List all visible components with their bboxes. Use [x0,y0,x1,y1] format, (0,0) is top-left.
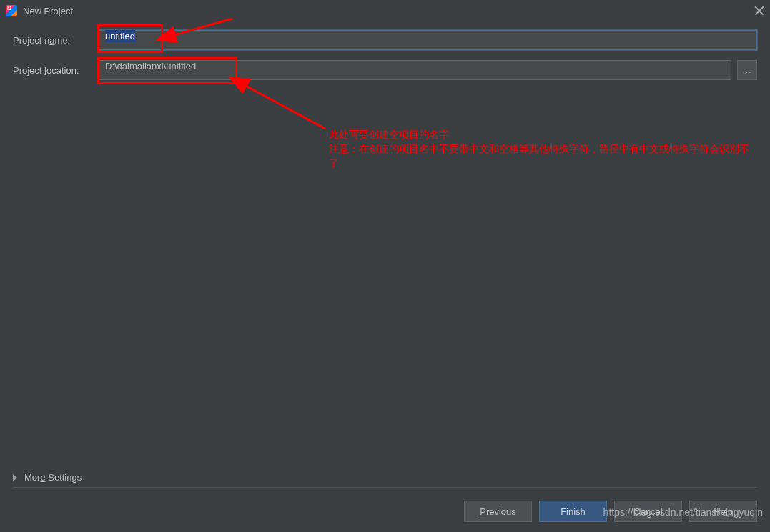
project-name-row: Project name: untitled [13,30,757,50]
cancel-button[interactable]: Cancel [614,501,682,522]
finish-button[interactable]: Finish [539,501,607,522]
chevron-right-icon [13,474,17,481]
project-location-input[interactable]: D:\daimalianxi\untitled [99,60,731,80]
title-bar: New Project [0,0,770,21]
more-settings-label: More Settings [24,472,82,483]
help-button[interactable]: Help [689,501,757,522]
ellipsis-icon: ... [742,65,751,75]
close-icon[interactable] [754,6,764,16]
browse-button[interactable]: ... [737,60,757,80]
intellij-icon [6,5,17,16]
project-location-row: Project location: D:\daimalianxi\untitle… [13,60,757,80]
project-location-label: Project location: [13,65,99,76]
previous-button[interactable]: Previous [464,501,532,522]
form-area: Project name: untitled Project location:… [0,21,770,99]
button-bar: Previous Finish Cancel Help [464,501,757,522]
project-name-label: Project name: [13,35,99,46]
project-name-input[interactable]: untitled [99,30,757,50]
more-settings-toggle[interactable]: More Settings [13,472,757,488]
annotation-text: 此处写要创建空项目的名字 注意：在创建的项目名中不要带中文和空格等其他特殊字符，… [329,127,758,170]
window-title: New Project [23,6,73,16]
